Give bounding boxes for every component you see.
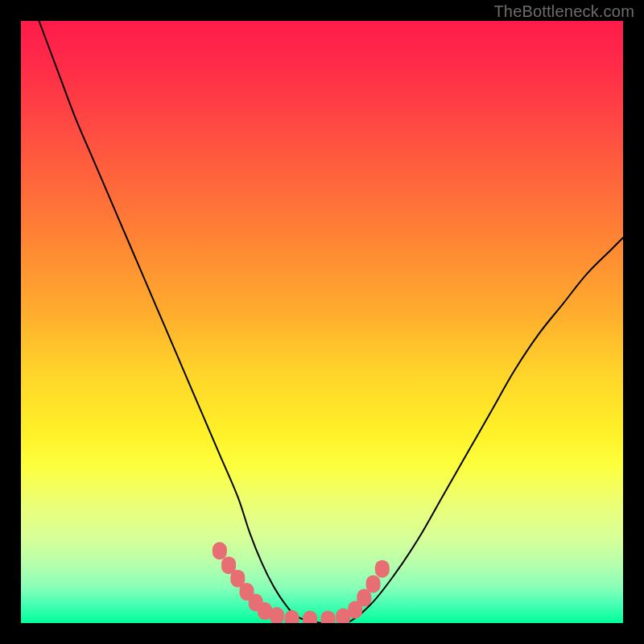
watermark-text: TheBottleneck.com <box>493 2 634 21</box>
pink-dots-bottom-dot <box>303 611 317 623</box>
pink-dots-bottom-dot <box>320 611 335 623</box>
pink-dots-bottom-dot <box>285 610 299 623</box>
pink-dots-right-dot <box>375 560 390 578</box>
plot-area <box>21 21 623 623</box>
bottleneck-curve <box>39 21 623 623</box>
curve-layer <box>21 21 623 623</box>
pink-dots-left-dot <box>270 607 284 623</box>
pink-dots-right-dot <box>366 575 381 592</box>
pink-dots-left-dot <box>213 542 227 559</box>
chart-stage: TheBottleneck.com <box>0 0 644 644</box>
